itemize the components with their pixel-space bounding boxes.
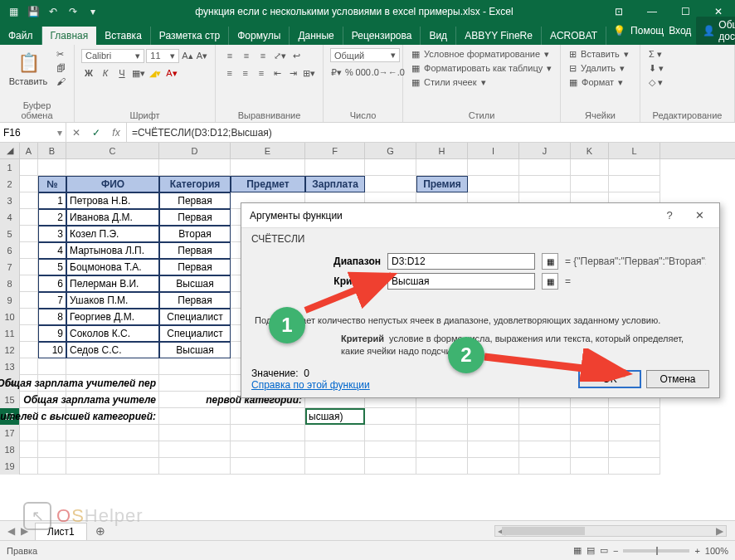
row-8[interactable]: 8	[0, 275, 20, 292]
cell[interactable]: Зарплата	[305, 176, 365, 192]
cell[interactable]: Георгиев Д.М.	[66, 309, 159, 325]
cell[interactable]	[231, 458, 305, 475]
view-normal-icon[interactable]: ▦	[573, 545, 582, 556]
dec-dec-icon[interactable]: ←.0	[389, 65, 404, 80]
font-color-icon[interactable]: A▾	[164, 66, 179, 80]
row-10[interactable]: 10	[0, 309, 20, 325]
font-size-select[interactable]: 11▾	[146, 49, 179, 63]
cell[interactable]: Вторая	[159, 226, 231, 242]
cell[interactable]	[231, 425, 305, 441]
row-3[interactable]: 3	[0, 192, 20, 209]
cell[interactable]	[468, 441, 519, 458]
cell[interactable]	[609, 408, 660, 425]
cell[interactable]	[38, 441, 66, 458]
percent-icon[interactable]: %	[344, 65, 354, 80]
cell[interactable]	[159, 358, 231, 375]
cell[interactable]: №	[38, 176, 66, 192]
cell[interactable]	[365, 458, 416, 475]
col-H[interactable]: H	[416, 143, 468, 158]
cell[interactable]	[38, 358, 66, 375]
tab-view[interactable]: Вид	[421, 27, 456, 45]
redo-icon[interactable]: ↷	[65, 3, 81, 20]
col-K[interactable]: K	[571, 143, 609, 158]
copy-icon[interactable]: 🗐	[55, 62, 67, 74]
cell[interactable]	[519, 425, 571, 441]
undo-icon[interactable]: ↶	[45, 3, 61, 20]
col-G[interactable]: G	[365, 143, 416, 158]
row-4[interactable]: 4	[0, 209, 20, 226]
cancel-button[interactable]: Отмена	[646, 370, 709, 388]
cell[interactable]	[231, 408, 305, 425]
cell[interactable]: Предмет	[231, 176, 305, 192]
tell-me[interactable]: Помощ	[630, 25, 664, 37]
cell[interactable]: Первая	[159, 259, 231, 275]
cell[interactable]: 7	[38, 292, 66, 309]
cell[interactable]	[66, 458, 159, 475]
cell[interactable]: Первая	[159, 192, 231, 209]
row-18[interactable]: 18	[0, 441, 20, 458]
cell[interactable]	[20, 242, 38, 259]
tab-insert[interactable]: Вставка	[96, 27, 151, 45]
cell[interactable]	[20, 309, 38, 325]
cell[interactable]	[66, 358, 159, 375]
border-icon[interactable]: ▦▾	[131, 66, 146, 80]
align-top-icon[interactable]: ≡	[222, 48, 237, 63]
cell[interactable]	[20, 325, 38, 342]
tab-data[interactable]: Данные	[290, 27, 343, 45]
cell[interactable]	[231, 159, 305, 176]
number-format-select[interactable]: Общий▾	[330, 48, 400, 62]
cell[interactable]	[609, 425, 660, 441]
italic-icon[interactable]: К	[98, 66, 113, 80]
cell[interactable]	[66, 159, 159, 176]
cell[interactable]: 6	[38, 275, 66, 292]
cell[interactable]	[571, 425, 609, 441]
cell[interactable]	[609, 441, 660, 458]
col-A[interactable]: A	[20, 143, 38, 158]
sheet-nav-prev-icon[interactable]: ◀	[5, 525, 17, 537]
orientation-icon[interactable]: ⤢▾	[272, 48, 287, 63]
cell[interactable]	[365, 425, 416, 441]
cell[interactable]	[416, 408, 468, 425]
cell[interactable]	[20, 259, 38, 275]
align-left-icon[interactable]: ≡	[222, 66, 236, 80]
row-11[interactable]: 11	[0, 325, 20, 342]
cell[interactable]	[416, 441, 468, 458]
sheet-nav-next-icon[interactable]: ▶	[18, 525, 30, 537]
cell[interactable]	[20, 275, 38, 292]
underline-icon[interactable]: Ч	[114, 66, 129, 80]
cell[interactable]	[38, 159, 66, 176]
cond-format-button[interactable]: ▦ Условное форматирование ▾	[410, 48, 553, 61]
cancel-formula-icon[interactable]: ✕	[66, 127, 86, 139]
cell[interactable]	[571, 458, 609, 475]
row-12[interactable]: 12	[0, 342, 20, 358]
cell[interactable]: Первая	[159, 242, 231, 259]
cell[interactable]	[66, 425, 159, 441]
cell[interactable]	[20, 159, 38, 176]
select-all[interactable]: ◢	[0, 143, 20, 158]
increase-font-icon[interactable]: A▴	[181, 48, 193, 63]
zoom-out-icon[interactable]: −	[613, 546, 618, 556]
decrease-font-icon[interactable]: A▾	[196, 48, 208, 63]
cell[interactable]	[365, 159, 416, 176]
cell[interactable]	[20, 458, 38, 475]
bold-icon[interactable]: Ж	[81, 66, 96, 80]
dialog-help-icon[interactable]: ?	[658, 209, 681, 222]
col-C[interactable]: C	[66, 143, 159, 158]
indent-inc-icon[interactable]: ⇥	[286, 66, 300, 80]
cell[interactable]	[609, 159, 660, 176]
share-button[interactable]: 👤Общий доступ	[696, 17, 735, 45]
fill-icon[interactable]: ⬇ ▾	[647, 62, 728, 75]
cell[interactable]	[159, 159, 231, 176]
cell[interactable]: Иванова Д.М.	[66, 209, 159, 226]
arg2-picker-icon[interactable]: ▦	[542, 273, 558, 290]
row-2[interactable]: 2	[0, 176, 20, 192]
cell[interactable]	[159, 425, 231, 441]
dialog-close-icon[interactable]: ✕	[688, 209, 711, 222]
tab-home[interactable]: Главная	[42, 27, 97, 45]
tab-review[interactable]: Рецензирова	[343, 27, 421, 45]
format-table-button[interactable]: ▦ Форматировать как таблицу ▾	[410, 62, 553, 75]
format-cells-button[interactable]: ▦ Формат ▾	[567, 76, 633, 89]
col-B[interactable]: B	[38, 143, 66, 158]
signin[interactable]: Вход	[669, 25, 691, 37]
cell[interactable]	[305, 441, 365, 458]
